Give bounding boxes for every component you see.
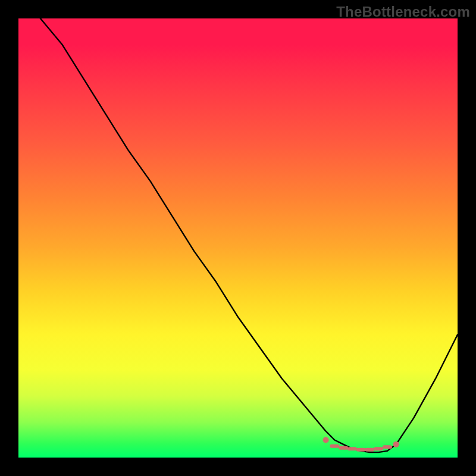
watermark-text: TheBottleneck.com [336, 4, 470, 20]
plot-overlay [18, 18, 458, 458]
chart-frame: TheBottleneck.com [0, 0, 476, 476]
bottleneck-curve [40, 18, 458, 452]
marker-dot [323, 437, 329, 443]
marker-dot [393, 441, 399, 447]
curve-layer [40, 18, 458, 452]
